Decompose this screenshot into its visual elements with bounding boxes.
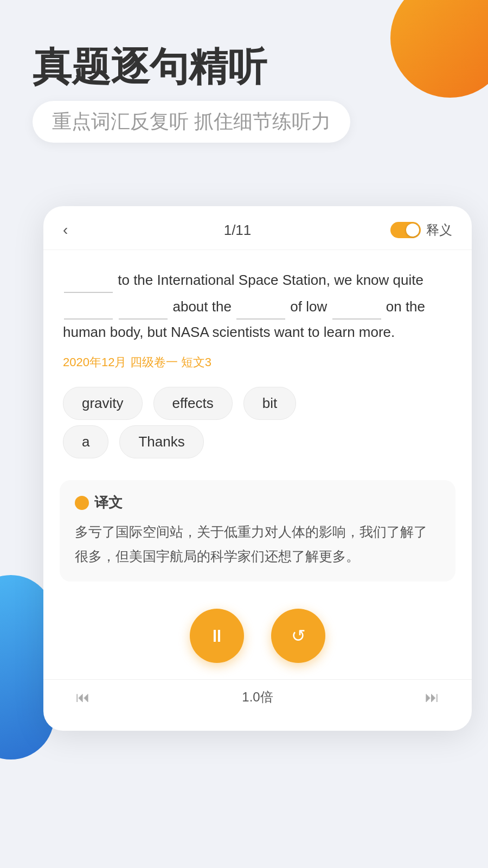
chip-gravity[interactable]: gravity (63, 387, 143, 420)
phone-card: ‹ 1/11 释义 to the International Space Sta… (43, 206, 472, 731)
trans-title: 译文 (94, 493, 123, 512)
translation-box: 译文 多亏了国际空间站，关于低重力对人体的影响，我们了解了很多，但美国宇航局的科… (60, 480, 455, 582)
blank-2 (64, 293, 113, 320)
trans-dot-icon (75, 496, 89, 510)
prev-button[interactable]: ⏮ (76, 689, 90, 706)
sentence-text-3: of low (290, 298, 331, 315)
chips-row-2: a Thanks (63, 425, 452, 458)
toggle-knob (406, 224, 419, 237)
chip-effects[interactable]: effects (153, 387, 233, 420)
blank-4 (236, 293, 285, 320)
pause-button[interactable]: ⏸ (190, 609, 244, 663)
toggle-label: 释义 (426, 221, 452, 239)
source-label: 2020年12月 四级卷一 短文3 (43, 350, 472, 381)
sentence-text-2: about the (172, 298, 235, 315)
blank-5 (332, 293, 381, 320)
bottom-bar: ⏮ 1.0倍 ⏭ (43, 679, 472, 714)
blank-3 (119, 293, 168, 320)
blank-1 (64, 266, 113, 293)
chips-row-1: gravity effects bit (63, 387, 452, 420)
back-button[interactable]: ‹ (63, 221, 85, 239)
main-title: 真题逐句精听 (33, 43, 455, 90)
trans-header: 译文 (75, 493, 440, 512)
replay-button[interactable]: ↺ (271, 609, 325, 663)
next-button[interactable]: ⏭ (425, 689, 439, 706)
chip-bit[interactable]: bit (243, 387, 296, 420)
toggle-area[interactable]: 释义 (390, 221, 452, 239)
subtitle: 重点词汇反复听 抓住细节练听力 (33, 101, 350, 143)
replay-icon: ↺ (291, 626, 306, 646)
chip-a[interactable]: a (63, 425, 108, 458)
header-area: 真题逐句精听 重点词汇反复听 抓住细节练听力 (0, 0, 488, 164)
chip-thanks[interactable]: Thanks (119, 425, 203, 458)
sentence-area: to the International Space Station, we k… (43, 250, 472, 350)
speed-display[interactable]: 1.0倍 (242, 688, 273, 706)
nav-bar: ‹ 1/11 释义 (43, 206, 472, 250)
controls-area: ⏸ ↺ (43, 592, 472, 674)
sentence-text-1: to the International Space Station, we k… (118, 272, 423, 288)
nav-counter: 1/11 (224, 222, 252, 239)
pause-icon: ⏸ (208, 626, 226, 646)
toggle-switch[interactable] (390, 222, 421, 238)
chips-area: gravity effects bit a Thanks (43, 381, 472, 469)
trans-text: 多亏了国际空间站，关于低重力对人体的影响，我们了解了很多，但美国宇航局的科学家们… (75, 520, 440, 569)
